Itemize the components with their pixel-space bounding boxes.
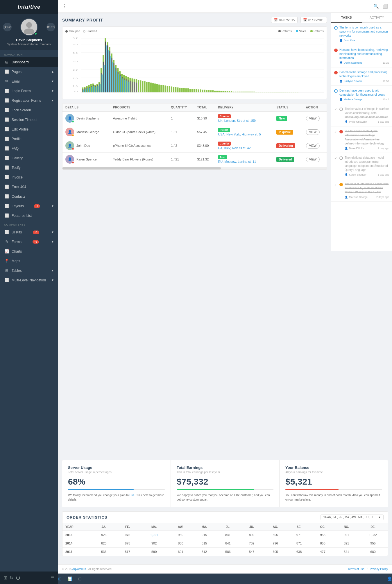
sidebar-bottom-power-icon[interactable]: ⏻ (15, 574, 22, 582)
svg-rect-99 (249, 92, 251, 92)
svg-rect-171 (126, 81, 128, 92)
stats-row-2014: 2014 823 875 902 850 815 841 702 796 871… (62, 539, 388, 548)
ui-kits-arrow: ▼ (51, 231, 54, 234)
sidebar-item-maps[interactable]: 📍 Maps (0, 256, 58, 266)
task-text-8: The field of information ethics was esta… (345, 182, 389, 194)
sidebar-item-error404[interactable]: ⬜ Error 404 (0, 182, 58, 192)
footer-privacy[interactable]: Privacy Policy (370, 567, 388, 571)
forms-icon: ✎ (4, 240, 9, 244)
footer-terms[interactable]: Terms of use (348, 567, 364, 571)
svg-rect-161 (106, 45, 107, 92)
sidebar-item-profile[interactable]: ⬜ Profile (0, 134, 58, 144)
task-content-2: Humans have been storing, retrieving, ma… (339, 48, 389, 64)
sidebar-item-faq[interactable]: ⬜ FAQ (0, 144, 58, 153)
sidebar-item-tocify[interactable]: ⬜ Tocify (0, 163, 58, 172)
task-person-icon-5: 👤 (345, 120, 348, 123)
stat-value-server: 68% (68, 477, 165, 487)
svg-rect-160 (104, 65, 105, 92)
view-button-3[interactable]: VIEW (306, 143, 320, 149)
task-meta-6: 👤 Darrell Wolfe 1 day ago (345, 147, 389, 150)
task-radio-2[interactable] (334, 49, 338, 52)
sidebar-item-dashboard[interactable]: ⊞ Dashboard (0, 57, 58, 67)
orders-table: DETAILS PRODUCTS QUANTITY TOTAL DELIVERY… (62, 103, 327, 166)
sidebar-item-layouts[interactable]: ⬜ Layouts +2 ▼ (0, 201, 58, 211)
task-meta-3: 👤 Kaitlynn Bowen 10:59 (339, 80, 389, 83)
task-text-7: The relational database model introduced… (345, 156, 389, 172)
task-text-1: The term is commonly used as a synonym f… (339, 26, 389, 38)
edit-profile-icon: ⬜ (4, 127, 9, 131)
layouts-arrow: ▼ (51, 204, 54, 208)
bottom-bar-user-icon[interactable]: 👤 (387, 576, 392, 581)
sidebar-item-pages[interactable]: ⬜ Pages ▲ (0, 67, 58, 76)
svg-rect-97 (245, 92, 247, 92)
task-person-icon-8: 👤 (345, 196, 348, 199)
sidebar-item-tables[interactable]: ⊟ Tables ▼ (0, 266, 58, 275)
task-time-7: 1 day ago (377, 173, 389, 176)
task-radio-4[interactable] (334, 89, 338, 93)
stat-value-earnings: $75,332 (177, 477, 273, 487)
multi-level-nav-icon: ⬜ (4, 278, 9, 282)
task-user-2: Devin Stephens (344, 61, 362, 64)
sidebar-item-registration-forms[interactable]: ⬜ Registration Forms ▼ (0, 96, 58, 105)
sidebar-item-forms[interactable]: ✎ Forms +1 ▼ (0, 237, 58, 247)
stat-bar-earnings (177, 489, 273, 490)
sidebar-item-session-timeout[interactable]: ⬜ Session Timeout (0, 115, 58, 124)
sidebar-item-gallery[interactable]: ⬜ Gallery (0, 153, 58, 163)
svg-rect-87 (225, 91, 226, 92)
sidebar-item-lock-screen[interactable]: ⬜ Lock Screen (0, 105, 58, 115)
sidebar-item-contacts[interactable]: ⬜ Contacts (0, 192, 58, 201)
table-row: 👤 Karen Spencer Teddy Bear Flowers (Rose… (62, 153, 327, 166)
task-item-1: The term is commonly used as a synonym f… (331, 23, 392, 45)
chart-option-stacked[interactable]: Stacked (83, 30, 97, 33)
sidebar-item-edit-profile[interactable]: ⬜ Edit Profile (0, 124, 58, 134)
svg-rect-167 (118, 74, 119, 92)
svg-rect-85 (220, 91, 222, 92)
tab-activity[interactable]: ACTIVITY (362, 13, 392, 23)
bar-chart-svg: 6.7 6.0 5.0 4.0 3.0 2.0 1.0 0.0 (65, 36, 324, 94)
view-button-2[interactable]: VIEW (306, 129, 320, 135)
table-scrollbar[interactable] (62, 167, 327, 169)
sidebar-bottom-refresh-icon[interactable]: ↻ (8, 574, 15, 582)
sidebar-item-charts[interactable]: 📈 Charts (0, 247, 58, 256)
tab-tasks[interactable]: TASKS (331, 13, 362, 23)
task-radio-1[interactable] (334, 26, 338, 30)
sidebar-bottom-menu-icon[interactable]: ☰ (49, 574, 56, 582)
sidebar-item-ui-kits[interactable]: ⬜ UI Kits +1 ▼ (0, 227, 58, 237)
view-button-1[interactable]: VIEW (306, 116, 320, 121)
order-status-3: Delivering (273, 139, 303, 153)
chart-option-grouped[interactable]: Grouped (65, 30, 80, 33)
sidebar-bottom-grid-icon[interactable]: ⊞ (2, 574, 8, 582)
stat-card-server: Server Usage Total server usage in perce… (62, 460, 171, 507)
svg-text:37: 37 (141, 94, 145, 94)
order-total-2: $57.45 (194, 125, 215, 139)
chart-date1[interactable]: 📅 01/07/2015 (271, 17, 298, 23)
sidebar-item-features-list[interactable]: ⬜ Features List (0, 211, 58, 220)
footer-brand[interactable]: Aqvatarius (72, 567, 86, 571)
sidebar-item-login-forms[interactable]: ⬜ Login Forms ▼ (0, 86, 58, 96)
bottom-bar-chart-icon[interactable]: 📊 (67, 576, 72, 581)
contacts-icon: ⬜ (4, 194, 9, 199)
task-time-2: 11:22 (382, 61, 389, 64)
order-action-2: VIEW (303, 125, 327, 139)
sidebar-item-email[interactable]: ✉ Email ▼ (0, 76, 58, 86)
task-time-3: 10:59 (382, 80, 389, 83)
order-stats-filter[interactable]: YEAR, JA., FE., MA., AW., MA., JU., JU..… (321, 515, 384, 520)
stat-note-server-link[interactable]: Pro (130, 494, 134, 497)
bottom-bar-grid-icon[interactable]: ⊞ (58, 576, 62, 581)
sidebar-item-invoice[interactable]: ⬜ Invoice (0, 172, 58, 182)
svg-rect-52 (152, 83, 154, 92)
topbar-search-icon[interactable]: 🔍 (373, 4, 379, 9)
bottom-bar-table-icon[interactable]: ⊟ (78, 576, 82, 581)
svg-text:6.0: 6.0 (73, 44, 78, 46)
task-radio-3[interactable] (334, 71, 338, 74)
followers-badge: ★ 243 (3, 23, 12, 31)
avatar (20, 18, 38, 36)
view-button-4[interactable]: VIEW (306, 157, 320, 162)
sidebar-item-multi-level-nav[interactable]: ⬜ Multi-Level Navigation ▼ (0, 275, 58, 285)
order-status-2: In queue (273, 125, 303, 139)
stat-note-server: We totally recommend you change your pla… (68, 493, 165, 502)
topbar-menu-icon[interactable]: ⋮ (62, 3, 67, 9)
topbar-expand-icon[interactable]: ⬜ (382, 4, 388, 9)
chart-date2[interactable]: 📅 01/08/2015 (300, 17, 327, 23)
task-user-6: Darrell Wolfe (349, 147, 364, 150)
